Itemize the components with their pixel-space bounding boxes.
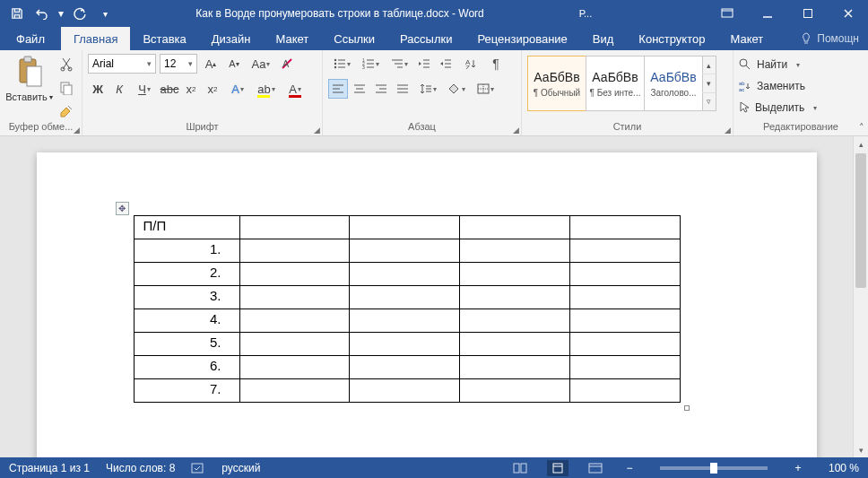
maximize-icon[interactable] <box>787 0 828 27</box>
copy-icon[interactable] <box>56 79 76 97</box>
shading-icon[interactable]: ▾ <box>443 79 470 99</box>
table-cell[interactable] <box>350 263 460 286</box>
table-number-cell[interactable]: 3. <box>134 286 239 309</box>
collapse-ribbon-icon[interactable]: ˄ <box>859 122 864 134</box>
table-move-handle-icon[interactable]: ✥ <box>116 202 129 215</box>
font-name-combo[interactable]: Arial▾ <box>88 54 156 74</box>
tab-insert[interactable]: Вставка <box>130 27 198 50</box>
table-number-cell[interactable]: 1. <box>134 239 239 263</box>
bold-icon[interactable]: Ж <box>88 79 108 99</box>
table-cell[interactable] <box>460 216 570 239</box>
line-spacing-icon[interactable]: ▾ <box>414 79 441 99</box>
bullets-icon[interactable]: ▾ <box>328 54 355 74</box>
shrink-font-icon[interactable]: A▾ <box>224 54 244 74</box>
table-cell[interactable] <box>239 286 350 309</box>
account-name[interactable]: Р... <box>563 0 608 27</box>
underline-icon[interactable]: Ч▾ <box>131 79 158 99</box>
table-cell[interactable] <box>460 263 570 286</box>
table-cell[interactable] <box>460 309 570 333</box>
table-cell[interactable] <box>239 356 350 379</box>
style-normal[interactable]: АаБбВв ¶ Обычный <box>527 56 586 111</box>
page[interactable]: ✥ П/П1.2.3.4.5.6.7. <box>37 152 817 457</box>
clear-formatting-icon[interactable]: A <box>278 54 298 74</box>
tab-review[interactable]: Рецензирование <box>464 27 579 50</box>
format-painter-icon[interactable] <box>56 102 76 120</box>
subscript-icon[interactable]: x2 <box>181 79 201 99</box>
table-cell[interactable] <box>460 286 570 309</box>
table-number-cell[interactable]: 2. <box>134 263 239 286</box>
scroll-thumb[interactable] <box>855 153 866 288</box>
scroll-track[interactable] <box>854 152 868 442</box>
zoom-slider[interactable] <box>660 466 768 470</box>
replace-button[interactable]: abac Заменить <box>739 77 817 95</box>
gallery-up-icon[interactable]: ▴ <box>702 56 716 74</box>
table-cell[interactable] <box>239 239 350 263</box>
text-effects-icon[interactable]: A▾ <box>224 79 251 99</box>
zoom-thumb[interactable] <box>710 463 717 474</box>
table-cell[interactable] <box>350 286 460 309</box>
undo-icon[interactable] <box>30 2 54 25</box>
tab-home[interactable]: Главная <box>61 27 130 50</box>
highlight-icon[interactable]: ab▾ <box>253 79 280 99</box>
tab-layout[interactable]: Макет <box>263 27 321 50</box>
table-cell[interactable] <box>239 333 350 356</box>
zoom-level[interactable]: 100 % <box>829 462 859 474</box>
table-cell[interactable] <box>569 239 680 263</box>
paste-button[interactable]: Вставить▾ <box>5 54 53 102</box>
proofing-icon[interactable] <box>191 462 205 474</box>
tab-view[interactable]: Вид <box>580 27 627 50</box>
tab-design[interactable]: Дизайн <box>199 27 264 50</box>
table-cell[interactable] <box>460 379 570 403</box>
tab-mailings[interactable]: Рассылки <box>387 27 464 50</box>
table-cell[interactable] <box>569 356 680 379</box>
styles-gallery[interactable]: АаБбВв ¶ Обычный АаБбВв ¶ Без инте... Аа… <box>527 56 716 111</box>
scroll-up-icon[interactable]: ▴ <box>854 136 868 152</box>
table-cell[interactable] <box>350 309 460 333</box>
font-size-combo[interactable]: 12▾ <box>160 54 197 74</box>
account-area[interactable] <box>608 0 707 27</box>
tell-me[interactable]: Помощн <box>792 27 868 50</box>
style-heading1[interactable]: АаБбВв Заголово... <box>644 56 703 111</box>
tab-references[interactable]: Ссылки <box>321 27 387 50</box>
strikethrough-icon[interactable]: abc <box>160 79 179 99</box>
show-marks-icon[interactable]: ¶ <box>486 54 506 74</box>
table-number-cell[interactable]: 6. <box>134 356 239 379</box>
table-cell[interactable] <box>569 216 680 239</box>
tab-file[interactable]: Файл <box>0 27 61 50</box>
redo-icon[interactable] <box>68 2 91 25</box>
print-layout-icon[interactable] <box>547 460 569 476</box>
zoom-in-icon[interactable]: + <box>791 462 805 474</box>
paragraph-launcher-icon[interactable]: ◢ <box>513 126 519 135</box>
table-cell[interactable] <box>239 379 350 403</box>
table-number-cell[interactable]: 5. <box>134 333 239 356</box>
table-cell[interactable] <box>569 333 680 356</box>
font-color-icon[interactable]: A▾ <box>282 79 308 99</box>
document-table[interactable]: П/П1.2.3.4.5.6.7. <box>134 215 681 403</box>
table-cell[interactable] <box>350 239 460 263</box>
borders-icon[interactable]: ▾ <box>472 79 499 99</box>
table-cell[interactable] <box>569 263 680 286</box>
status-page[interactable]: Страница 1 из 1 <box>9 462 90 474</box>
table-resize-handle-icon[interactable] <box>684 405 690 411</box>
align-left-icon[interactable] <box>328 79 348 99</box>
superscript-icon[interactable]: x2 <box>203 79 222 99</box>
table-cell[interactable] <box>239 263 350 286</box>
save-icon[interactable] <box>5 2 29 25</box>
table-cell[interactable] <box>350 333 460 356</box>
table-cell[interactable] <box>460 333 570 356</box>
grow-font-icon[interactable]: A▴ <box>201 54 221 74</box>
status-word-count[interactable]: Число слов: 8 <box>106 462 175 474</box>
gallery-down-icon[interactable]: ▾ <box>702 74 716 92</box>
justify-icon[interactable] <box>393 79 412 99</box>
decrease-indent-icon[interactable] <box>414 54 434 74</box>
table-header-cell[interactable]: П/П <box>134 216 239 239</box>
table-cell[interactable] <box>569 309 680 333</box>
style-no-spacing[interactable]: АаБбВв ¶ Без инте... <box>586 56 645 111</box>
table-number-cell[interactable]: 4. <box>134 309 239 333</box>
document-scroll[interactable]: ✥ П/П1.2.3.4.5.6.7. <box>0 136 853 457</box>
cut-icon[interactable] <box>56 56 76 74</box>
numbering-icon[interactable]: 123▾ <box>357 54 384 74</box>
table-cell[interactable] <box>350 379 460 403</box>
table-cell[interactable] <box>569 379 680 403</box>
scroll-down-icon[interactable]: ▾ <box>854 442 868 457</box>
